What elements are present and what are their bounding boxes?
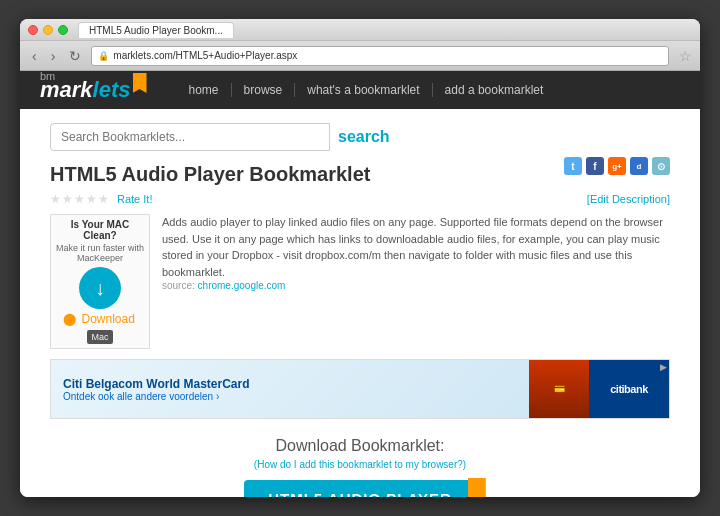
search-input[interactable] [50, 123, 330, 151]
description-text-area: Adds audio player to play linked audio f… [162, 214, 670, 301]
nav-browse[interactable]: browse [232, 83, 296, 97]
ad-subtitle: Make it run faster with MacKeeper [55, 243, 145, 263]
logo-prefix: bm [40, 71, 55, 82]
rating-row: ★ ★ ★ ★ ★ Rate It! [Edit Description] [50, 192, 670, 206]
description-text: Adds audio player to play linked audio f… [162, 214, 670, 280]
download-arrow-icon[interactable]: ↓ [79, 267, 121, 309]
nav-what[interactable]: what's a bookmarklet [295, 83, 432, 97]
refresh-button[interactable]: ↻ [65, 46, 85, 66]
banner-ad-text: Citi Belgacom World MasterCard Ontdek oo… [63, 377, 249, 402]
download-icon-area: ↓ ⬤ Download Mac [55, 267, 145, 344]
address-text: marklets.com/HTML5+Audio+Player.aspx [113, 50, 297, 61]
download-text[interactable]: Download [81, 312, 134, 326]
active-tab[interactable]: HTML5 Audio Player Bookm... [78, 22, 234, 38]
download-icon-badge: ⬤ [63, 312, 76, 326]
delicious-share-icon[interactable]: g+ [608, 157, 626, 175]
side-ad: Is Your MAC Clean? Make it run faster wi… [50, 214, 150, 349]
del-share-icon[interactable]: d [630, 157, 648, 175]
source-link: source: chrome.google.com [162, 280, 670, 291]
nav-home[interactable]: home [177, 83, 232, 97]
nav-links: home browse what's a bookmarklet add a b… [177, 83, 556, 97]
bookmarklet-button[interactable]: HTML5 AUDIO PLAYER [244, 480, 476, 497]
nav-add[interactable]: add a bookmarklet [433, 83, 556, 97]
star-4[interactable]: ★ [86, 192, 97, 206]
star-5[interactable]: ★ [98, 192, 109, 206]
tab-bar: HTML5 Audio Player Bookm... [78, 22, 692, 38]
download-section-title: Download Bookmarklet: [50, 437, 670, 455]
star-1[interactable]: ★ [50, 192, 61, 206]
banner-ad-subtitle[interactable]: Ontdek ook alle andere voordelen › [63, 391, 249, 402]
how-to-add-anchor[interactable]: (How do I add this bookmarklet to my bro… [254, 459, 466, 470]
banner-ad-image: 💳 [529, 360, 589, 418]
mac-badge: Mac [87, 330, 112, 344]
source-label: source: [162, 280, 195, 291]
download-label: ⬤ Download [63, 312, 137, 326]
edit-description-link[interactable]: [Edit Description] [587, 193, 670, 205]
bookmark-star-icon[interactable]: ☆ [679, 48, 692, 64]
logo[interactable]: bm marklets [40, 77, 147, 103]
search-button[interactable]: search [330, 128, 398, 146]
ad-corner-icon: ▶ [660, 362, 667, 372]
description-area: Is Your MAC Clean? Make it run faster wi… [50, 214, 670, 349]
banner-ad-title: Citi Belgacom World MasterCard [63, 377, 249, 391]
search-bar: search [50, 123, 670, 151]
banner-ad-logo: citibank [589, 360, 669, 418]
site-nav: bm marklets home browse what's a bookmar… [20, 71, 700, 109]
star-rating[interactable]: ★ ★ ★ ★ ★ [50, 192, 109, 206]
other-share-icon[interactable]: ⊙ [652, 157, 670, 175]
address-bar[interactable]: 🔒 marklets.com/HTML5+Audio+Player.aspx [91, 46, 669, 66]
banner-ad-content: Citi Belgacom World MasterCard Ontdek oo… [51, 360, 529, 418]
browser-window: HTML5 Audio Player Bookm... ‹ › ↻ 🔒 mark… [20, 19, 700, 497]
how-to-add-link: (How do I add this bookmarklet to my bro… [50, 459, 670, 470]
social-icons: t f g+ d ⊙ [564, 157, 670, 175]
title-bar: HTML5 Audio Player Bookm... [20, 19, 700, 41]
banner-ad[interactable]: ▶ Citi Belgacom World MasterCard Ontdek … [50, 359, 670, 419]
traffic-lights [28, 25, 68, 35]
logo-bookmark-marker [133, 73, 147, 93]
mac-logos: Mac [87, 330, 112, 344]
back-button[interactable]: ‹ [28, 46, 41, 66]
rate-it-link[interactable]: Rate It! [117, 193, 152, 205]
maximize-button[interactable] [58, 25, 68, 35]
ad-title: Is Your MAC Clean? [55, 219, 145, 241]
bookmarklet-button-label: HTML5 AUDIO PLAYER [268, 490, 452, 497]
minimize-button[interactable] [43, 25, 53, 35]
forward-button[interactable]: › [47, 46, 60, 66]
bookmark-tag-icon [468, 478, 486, 497]
twitter-share-icon[interactable]: t [564, 157, 582, 175]
source-url-link[interactable]: chrome.google.com [198, 280, 286, 291]
facebook-share-icon[interactable]: f [586, 157, 604, 175]
close-button[interactable] [28, 25, 38, 35]
toolbar: ‹ › ↻ 🔒 marklets.com/HTML5+Audio+Player.… [20, 41, 700, 71]
lock-icon: 🔒 [98, 51, 109, 61]
star-2[interactable]: ★ [62, 192, 73, 206]
star-3[interactable]: ★ [74, 192, 85, 206]
content-area: search HTML5 Audio Player Bookmarklet t … [20, 109, 700, 497]
download-section: Download Bookmarklet: (How do I add this… [50, 431, 670, 497]
